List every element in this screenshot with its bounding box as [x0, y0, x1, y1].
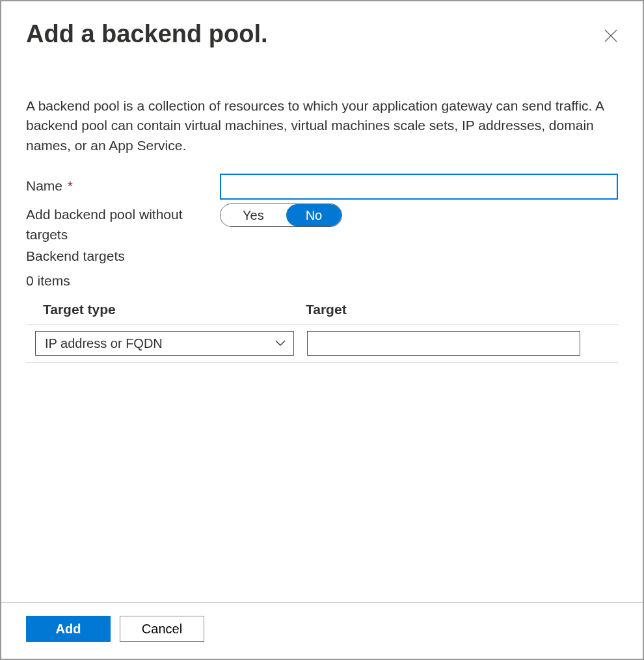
name-label: Name * — [26, 174, 220, 196]
targets-table: Target type Target IP address or FQDN — [26, 299, 618, 363]
panel-footer: Add Cancel — [1, 602, 643, 659]
table-row: IP address or FQDN — [26, 324, 618, 363]
panel-content: Add a backend pool. A backend pool is a … — [1, 1, 643, 602]
no-targets-row: Add backend pool without targets Yes No — [26, 202, 618, 244]
panel-description: A backend pool is a collection of resour… — [26, 96, 618, 155]
no-targets-toggle[interactable]: Yes No — [220, 204, 342, 227]
toggle-no[interactable]: No — [286, 204, 342, 226]
no-targets-label: Add backend pool without targets — [26, 202, 220, 244]
toggle-yes[interactable]: Yes — [221, 204, 286, 226]
target-type-value: IP address or FQDN — [45, 336, 163, 351]
panel-header: Add a backend pool. — [26, 20, 618, 51]
target-input[interactable] — [307, 331, 580, 356]
target-type-select[interactable]: IP address or FQDN — [35, 331, 294, 356]
add-button[interactable]: Add — [26, 616, 111, 642]
column-target-type: Target type — [26, 302, 306, 317]
add-backend-pool-panel: Add a backend pool. A backend pool is a … — [0, 0, 644, 660]
cancel-button[interactable]: Cancel — [120, 616, 204, 642]
table-header: Target type Target — [26, 299, 618, 324]
column-target: Target — [306, 302, 618, 317]
name-input[interactable] — [220, 174, 618, 200]
required-indicator: * — [64, 178, 73, 193]
items-count: 0 items — [26, 273, 618, 289]
backend-targets-label: Backend targets — [26, 248, 618, 264]
panel-title: Add a backend pool. — [26, 20, 268, 49]
name-row: Name * — [26, 174, 618, 200]
close-icon[interactable] — [598, 23, 623, 51]
form-area: Name * Add backend pool without targets … — [26, 174, 618, 363]
